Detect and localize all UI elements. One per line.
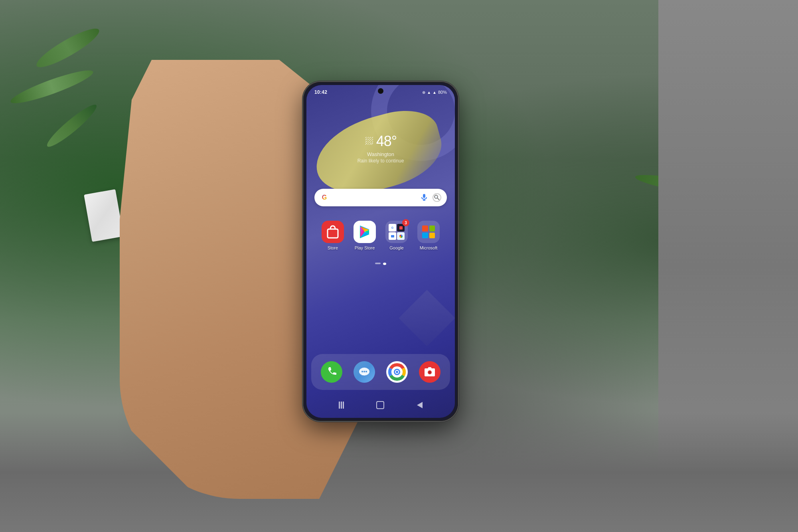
- svg-point-4: [435, 196, 437, 198]
- store-icon-bg: [322, 221, 344, 243]
- google-folder-bg: 3 G: [385, 221, 408, 243]
- dock-chrome-icon[interactable]: [386, 361, 408, 383]
- location-icon: ⊕: [422, 90, 425, 95]
- microsoft-icon-bg: [417, 221, 440, 243]
- hand: 10:42 ⊕ ▲ ▲ 80% ⛆ 48°: [120, 60, 399, 499]
- app-icon-store[interactable]: Store: [322, 221, 344, 250]
- svg-line-5: [437, 198, 439, 200]
- google-logo: G: [320, 193, 329, 202]
- dock-phone-icon[interactable]: [321, 361, 342, 383]
- phone-screen: 10:42 ⊕ ▲ ▲ 80% ⛆ 48°: [306, 85, 455, 418]
- svg-point-21: [396, 371, 398, 373]
- page-dot-1: [375, 263, 381, 264]
- signal-icon: ▲: [433, 90, 437, 95]
- app-icon-google[interactable]: 3 G: [385, 221, 408, 250]
- mini-app4: [397, 232, 405, 240]
- phone-icon-bg: [321, 361, 342, 383]
- ms-green: [429, 225, 435, 231]
- svg-point-16: [361, 371, 363, 372]
- lens-search-icon[interactable]: [433, 193, 441, 202]
- play-icon-bg: [354, 221, 376, 243]
- google-search-bar[interactable]: G: [314, 189, 447, 206]
- dock-messages-icon[interactable]: [354, 361, 375, 383]
- google-g-letter: G: [322, 194, 327, 201]
- status-bar: 10:42 ⊕ ▲ ▲ 80%: [306, 85, 455, 99]
- svg-rect-6: [328, 229, 338, 238]
- google-label: Google: [389, 245, 403, 250]
- svg-point-18: [365, 371, 367, 372]
- microsoft-label: Microsoft: [420, 245, 438, 250]
- nav-line-2: [341, 401, 342, 409]
- page-dot-2-active: [383, 263, 386, 265]
- status-time: 10:42: [314, 89, 327, 95]
- chrome-icon-bg: [386, 361, 408, 383]
- nav-line-1: [339, 401, 340, 409]
- mini-app3: [389, 232, 396, 240]
- mini-google: G: [389, 224, 396, 231]
- recent-apps-button[interactable]: [339, 401, 344, 409]
- page-dots: [375, 263, 386, 265]
- camera-icon-bg: [419, 361, 440, 383]
- weather-widget: ⛆ 48° Washington Rain likely to continue: [358, 133, 404, 164]
- ms-yellow: [429, 233, 435, 239]
- nav-line-3: [343, 401, 344, 409]
- weather-location: Washington: [358, 151, 404, 157]
- status-icons: ⊕ ▲ ▲ 80%: [422, 90, 447, 95]
- wallpaper-diamond: [399, 290, 455, 346]
- svg-rect-0: [423, 194, 425, 198]
- app-icon-microsoft[interactable]: Microsoft: [417, 221, 440, 250]
- app-grid: Store: [306, 221, 455, 250]
- voice-search-icon[interactable]: [420, 193, 429, 202]
- weather-rain-icon: ⛆: [365, 136, 373, 146]
- play-store-label: Play Store: [355, 245, 375, 250]
- weather-temperature: ⛆ 48°: [358, 133, 404, 150]
- app-icon-play-store[interactable]: Play Store: [354, 221, 376, 250]
- battery-level: 80%: [438, 90, 447, 95]
- dock: [311, 354, 450, 390]
- svg-point-23: [429, 371, 431, 374]
- messages-icon-bg: [354, 361, 375, 383]
- home-button[interactable]: [376, 401, 384, 409]
- ms-blue: [422, 233, 428, 239]
- svg-point-17: [363, 371, 365, 372]
- phone-frame: 10:42 ⊕ ▲ ▲ 80% ⛆ 48°: [303, 82, 458, 421]
- google-folder-badge: 3: [402, 219, 409, 226]
- store-label: Store: [328, 245, 338, 250]
- dock-camera-icon[interactable]: [419, 361, 440, 383]
- scene: 10:42 ⊕ ▲ ▲ 80% ⛆ 48°: [0, 0, 798, 532]
- phone-wrapper: 10:42 ⊕ ▲ ▲ 80% ⛆ 48°: [303, 82, 458, 421]
- navigation-bar: [306, 397, 455, 413]
- weather-description: Rain likely to continue: [358, 158, 404, 164]
- wifi-icon: ▲: [427, 90, 431, 95]
- back-button[interactable]: [417, 402, 423, 408]
- ms-red: [422, 225, 428, 231]
